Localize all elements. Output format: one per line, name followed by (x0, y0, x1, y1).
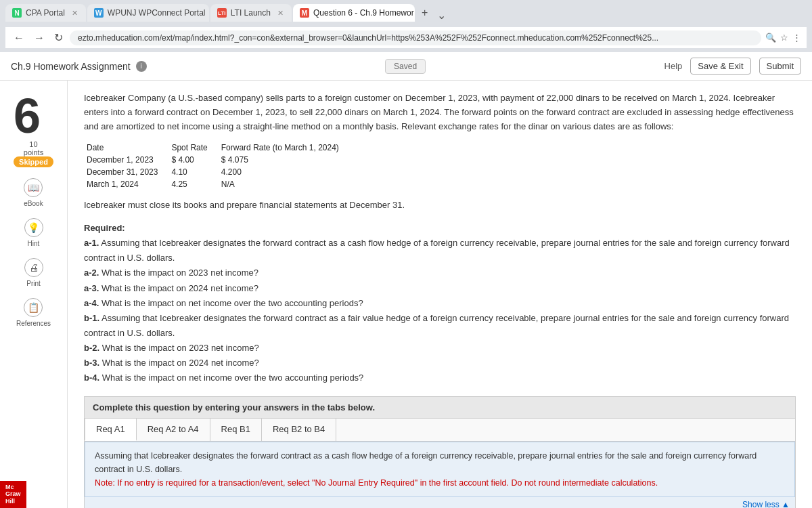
tab-lti-close[interactable]: ✕ (277, 9, 284, 18)
tab-cpa-close[interactable]: ✕ (72, 9, 78, 18)
table-cell-spot-3: 4.25 (168, 178, 218, 190)
back-button[interactable]: ← (11, 30, 27, 45)
table-cell-spot-1: $ 4.00 (168, 154, 218, 166)
app-header: Ch.9 Homework Assignment i Saved Help Sa… (0, 52, 812, 81)
saved-badge: Saved (385, 59, 426, 74)
references-label: References (16, 320, 51, 327)
question-number: 6 10 points Skipped (14, 91, 53, 167)
address-bar-row: ← → ↻ 🔍 ☆ ⋮ (5, 27, 807, 48)
print-icon: 🖨 (24, 258, 43, 277)
forward-button[interactable]: → (31, 30, 47, 45)
browser-chrome: N CPA Portal ✕ W WPUNJ WPConnect Portal … (0, 0, 812, 22)
hint-icon: 💡 (24, 218, 43, 237)
app-header-left: Ch.9 Homework Assignment i (11, 61, 147, 72)
req-a2-label: a-2. (84, 268, 99, 278)
tab-req-a2-a4[interactable]: Req A2 to A4 (137, 419, 210, 441)
bookmark-icon[interactable]: ☆ (780, 33, 788, 43)
tab-wpunj-label: WPUNJ WPConnect Portal (108, 8, 206, 18)
mcgraw-hill-logo: McGrawHill (0, 481, 26, 508)
tabs-container: Req A1 Req A2 to A4 Req B1 Req B2 to B4 … (84, 419, 796, 508)
tab-q6-label: Question 6 - Ch.9 Homewor… (313, 8, 415, 18)
tab-q6[interactable]: M Question 6 - Ch.9 Homewor… ✕ (293, 4, 415, 22)
req-a4-text: What is the impact on net income over th… (102, 298, 363, 308)
table-cell-forward-3: N/A (219, 178, 350, 190)
tab-lti[interactable]: LTI LTI Launch ✕ (210, 4, 292, 22)
tab-cpa-icon: N (12, 8, 22, 18)
content-area: Icebreaker Company (a U.S.-based company… (68, 81, 812, 508)
req-a1-label: a-1. (84, 238, 99, 248)
exchange-rate-table: Date Spot Rate Forward Rate (to March 1,… (84, 142, 350, 190)
required-intro: Required: (84, 223, 125, 233)
table-cell-date-3: March 1, 2024 (84, 178, 168, 190)
tab-q6-icon: M (300, 8, 309, 18)
ebook-icon: 📖 (24, 178, 43, 197)
tab-req-b2-b4[interactable]: Req B2 to B4 (262, 419, 336, 441)
submit-button[interactable]: Submit (759, 58, 801, 75)
references-link[interactable]: 📋 References (16, 298, 51, 327)
table-cell-forward-1: $ 4.075 (219, 154, 350, 166)
tab-bar: N CPA Portal ✕ W WPUNJ WPConnect Portal … (5, 4, 807, 22)
req-b2-text: What is the impact on 2023 net income? (102, 343, 259, 353)
skipped-badge: Skipped (14, 156, 53, 167)
ebook-link[interactable]: 📖 eBook (24, 178, 43, 207)
req-a2-text: What is the impact on 2023 net income? (102, 268, 258, 278)
table-cell-forward-2: 4.200 (219, 166, 350, 178)
show-less-button[interactable]: Show less ▲ (85, 497, 795, 508)
tab-wpunj-icon: W (94, 8, 104, 18)
print-link[interactable]: 🖨 Print (24, 258, 43, 287)
req-b2-label: b-2. (84, 343, 99, 353)
tab-wpunj[interactable]: W WPUNJ WPConnect Portal ✕ (87, 4, 209, 22)
menu-icon[interactable]: ⋮ (792, 33, 801, 43)
info-box: Assuming that Icebreaker designates the … (85, 442, 795, 497)
tab-overflow-button[interactable]: ⌄ (437, 9, 446, 22)
tab-cpa[interactable]: N CPA Portal ✕ (5, 4, 86, 22)
assignment-title: Ch.9 Homework Assignment (11, 61, 131, 72)
search-icon[interactable]: 🔍 (765, 33, 776, 43)
tab-lti-icon: LTI (217, 8, 227, 18)
print-label: Print (26, 280, 41, 287)
tabs-row: Req A1 Req A2 to A4 Req B1 Req B2 to B4 (85, 419, 795, 442)
req-b1-text: Assuming that Icebreaker designates the … (84, 313, 789, 338)
req-b4-label: b-4. (84, 373, 99, 383)
references-icon: 📋 (24, 298, 43, 317)
hint-link[interactable]: 💡 Hint (24, 218, 43, 247)
address-bar-icons: 🔍 ☆ ⋮ (765, 33, 801, 43)
main-content: 6 10 points Skipped 📖 eBook 💡 Hint 🖨 Pri… (0, 81, 812, 508)
tab-lti-label: LTI Launch (231, 8, 271, 18)
tab-cpa-label: CPA Portal (26, 8, 65, 18)
hint-label: Hint (28, 240, 40, 247)
req-a3-label: a-3. (84, 283, 99, 293)
table-cell-date-1: December 1, 2023 (84, 154, 168, 166)
address-bar-input[interactable] (70, 30, 761, 45)
help-button[interactable]: Help (664, 61, 683, 71)
required-section: Required: a-1. Assuming that Icebreaker … (84, 221, 796, 385)
req-a3-text: What is the impact on 2024 net income? (102, 283, 258, 293)
table-row: March 1, 2024 4.25 N/A (84, 178, 350, 190)
info-box-main-text: Assuming that Icebreaker designates the … (95, 449, 785, 476)
new-tab-button[interactable]: + (416, 4, 433, 22)
info-icon[interactable]: i (136, 61, 147, 72)
req-a4-label: a-4. (84, 298, 99, 308)
question-body: Icebreaker Company (a U.S.-based company… (84, 91, 796, 133)
sidebar: 6 10 points Skipped 📖 eBook 💡 Hint 🖨 Pri… (0, 81, 68, 508)
table-header-date: Date (84, 142, 168, 154)
req-b3-text: What is the impact on 2024 net income? (102, 358, 259, 368)
table-cell-spot-2: 4.10 (168, 166, 218, 178)
req-b1-label: b-1. (84, 313, 99, 323)
reload-button[interactable]: ↻ (51, 30, 66, 45)
table-header-forward: Forward Rate (to March 1, 2024) (219, 142, 350, 154)
req-b3-label: b-3. (84, 358, 99, 368)
table-row: December 31, 2023 4.10 4.200 (84, 166, 350, 178)
complete-box: Complete this question by entering your … (84, 396, 796, 419)
closing-note: Icebreaker must close its books and prep… (84, 198, 796, 213)
req-b4-text: What is the impact on net income over th… (102, 373, 364, 383)
req-a1-text: Assuming that Icebreaker designates the … (84, 238, 790, 263)
complete-box-title: Complete this question by entering your … (93, 402, 375, 412)
tab-req-b1[interactable]: Req B1 (210, 419, 262, 441)
save-exit-button[interactable]: Save & Exit (690, 58, 750, 75)
address-bar-container: ← → ↻ 🔍 ☆ ⋮ (0, 22, 812, 52)
table-row: December 1, 2023 $ 4.00 $ 4.075 (84, 154, 350, 166)
info-box-note: Note: If no entry is required for a tran… (95, 476, 785, 490)
tab-req-a1[interactable]: Req A1 (85, 419, 137, 441)
ebook-label: eBook (24, 200, 43, 207)
